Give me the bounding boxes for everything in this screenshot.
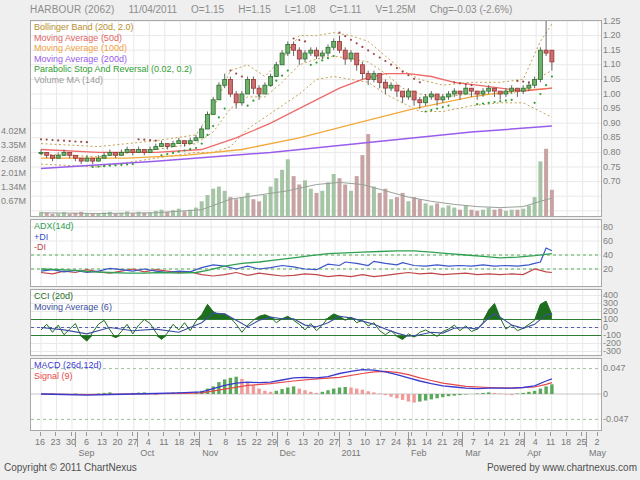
date-tick-mark bbox=[597, 432, 598, 436]
month-separator bbox=[277, 432, 278, 447]
date-tick-mark bbox=[71, 432, 72, 436]
date-tick-label: 13 bbox=[97, 437, 107, 447]
quote-close: C=1.11 bbox=[330, 4, 362, 15]
price-tick-label: 1.15 bbox=[603, 45, 621, 55]
month-label: Sep bbox=[78, 448, 94, 458]
date-tick-mark bbox=[117, 432, 118, 436]
price-tick-label: 0.75 bbox=[603, 162, 621, 172]
date-tick-label: 13 bbox=[298, 437, 308, 447]
adx-tick-label: 60 bbox=[603, 236, 613, 246]
price-tick-label: 1.05 bbox=[603, 74, 621, 84]
date-tick-mark bbox=[442, 432, 443, 436]
month-label: Apr bbox=[527, 448, 541, 458]
date-tick-label: 1 bbox=[208, 437, 213, 447]
month-separator bbox=[339, 432, 340, 447]
price-tick-label: 0.90 bbox=[603, 118, 621, 128]
date-tick-label: 23 bbox=[50, 437, 60, 447]
date-tick-mark bbox=[426, 432, 427, 436]
date-tick-label: 21 bbox=[437, 437, 447, 447]
quote-open: O=1.15 bbox=[191, 4, 224, 15]
macd-canvas[interactable] bbox=[31, 359, 601, 430]
price-tick-label: 1.25 bbox=[603, 16, 621, 26]
date-tick-label: 10 bbox=[360, 437, 370, 447]
cci-canvas[interactable] bbox=[31, 290, 601, 355]
date-tick-mark bbox=[40, 432, 41, 436]
cci-axis: 4003002001000-100-200-300 bbox=[603, 289, 640, 356]
date-tick-label: 21 bbox=[499, 437, 509, 447]
macd-tick-label: 0 bbox=[603, 389, 608, 399]
date-tick-mark bbox=[179, 432, 180, 436]
date-tick-mark bbox=[535, 432, 536, 436]
volume-tick-label: 2.68M bbox=[1, 154, 26, 164]
date-tick-label: 24 bbox=[391, 437, 401, 447]
date-tick-label: 27 bbox=[128, 437, 138, 447]
month-separator bbox=[586, 432, 587, 447]
adx-panel: ADX(14d) +DI -DI bbox=[30, 219, 602, 287]
date-tick-label: 18 bbox=[561, 437, 571, 447]
date-tick-mark bbox=[550, 432, 551, 436]
volume-tick-label: 0.67M bbox=[1, 196, 26, 206]
date-tick-mark bbox=[132, 432, 133, 436]
date-tick-label: 20 bbox=[314, 437, 324, 447]
volume-tick-label: 3.35M bbox=[1, 140, 26, 150]
volume-tick-label: 4.02M bbox=[1, 126, 26, 136]
month-separator bbox=[199, 432, 200, 447]
date-tick-mark bbox=[395, 432, 396, 436]
date-tick-label: 17 bbox=[375, 437, 385, 447]
date-tick-label: 14 bbox=[484, 437, 494, 447]
symbol-label: HARBOUR (2062) bbox=[30, 4, 115, 15]
chartnexus-window: HARBOUR (2062) 11/04/2011 O=1.15 H=1.15 … bbox=[0, 0, 640, 480]
adx-axis: 80604020 bbox=[603, 219, 640, 287]
date-tick-label: 15 bbox=[236, 437, 246, 447]
month-separator bbox=[408, 432, 409, 447]
date-tick-label: 7 bbox=[471, 437, 476, 447]
date-tick-mark bbox=[101, 432, 102, 436]
date-tick-label: 28 bbox=[515, 437, 525, 447]
volume-tick-label: 1.34M bbox=[1, 182, 26, 192]
date-tick-label: 6 bbox=[84, 437, 89, 447]
cci-panel: CCI (20d) Moving Average (6) bbox=[30, 289, 602, 356]
date-tick-mark bbox=[365, 432, 366, 436]
date-tick-label: 11 bbox=[546, 437, 555, 447]
date-tick-label: 20 bbox=[112, 437, 122, 447]
quote-header: HARBOUR (2062) 11/04/2011 O=1.15 H=1.15 … bbox=[30, 4, 638, 15]
price-chart-canvas[interactable] bbox=[31, 21, 601, 216]
month-label: May bbox=[589, 448, 606, 458]
date-tick-label: 4 bbox=[533, 437, 538, 447]
cci-tick-label: -300 bbox=[603, 346, 621, 356]
date-tick-mark bbox=[411, 432, 412, 436]
date-tick-label: 18 bbox=[174, 437, 184, 447]
date-tick-mark bbox=[148, 432, 149, 436]
date-tick-label: 28 bbox=[453, 437, 463, 447]
price-chart-panel: Bollinger Band (20d, 2.0) Moving Average… bbox=[30, 20, 602, 217]
date-tick-label: 22 bbox=[252, 437, 262, 447]
volume-tick-label: 2.01M bbox=[1, 168, 26, 178]
price-tick-label: 1.20 bbox=[603, 30, 621, 40]
date-tick-label: 16 bbox=[35, 437, 45, 447]
date-tick-mark bbox=[210, 432, 211, 436]
month-separator bbox=[462, 432, 463, 447]
price-tick-label: 1.00 bbox=[603, 89, 621, 99]
volume-axis: 4.02M3.35M2.68M2.01M1.34M0.67M bbox=[0, 20, 27, 217]
quote-volume: V=1.25M bbox=[375, 4, 415, 15]
date-tick-mark bbox=[504, 432, 505, 436]
month-label: Oct bbox=[140, 448, 154, 458]
date-tick-mark bbox=[272, 432, 273, 436]
month-label: Dec bbox=[280, 448, 296, 458]
date-tick-label: 29 bbox=[267, 437, 277, 447]
adx-canvas[interactable] bbox=[31, 220, 601, 286]
powered-by-link[interactable]: Powered by www.chartnexus.com bbox=[487, 462, 637, 473]
month-label: Mar bbox=[465, 448, 481, 458]
date-tick-mark bbox=[519, 432, 520, 436]
date-tick-label: 27 bbox=[329, 437, 339, 447]
date-tick-label: 2 bbox=[595, 437, 600, 447]
quote-low: L=1.08 bbox=[285, 4, 316, 15]
date-tick-mark bbox=[163, 432, 164, 436]
price-tick-label: 0.85 bbox=[603, 132, 621, 142]
date-tick-mark bbox=[225, 432, 226, 436]
date-tick-mark bbox=[287, 432, 288, 436]
date-tick-mark bbox=[55, 432, 56, 436]
date-tick-mark bbox=[318, 432, 319, 436]
price-tick-label: 0.80 bbox=[603, 147, 621, 157]
month-label: Nov bbox=[202, 448, 218, 458]
